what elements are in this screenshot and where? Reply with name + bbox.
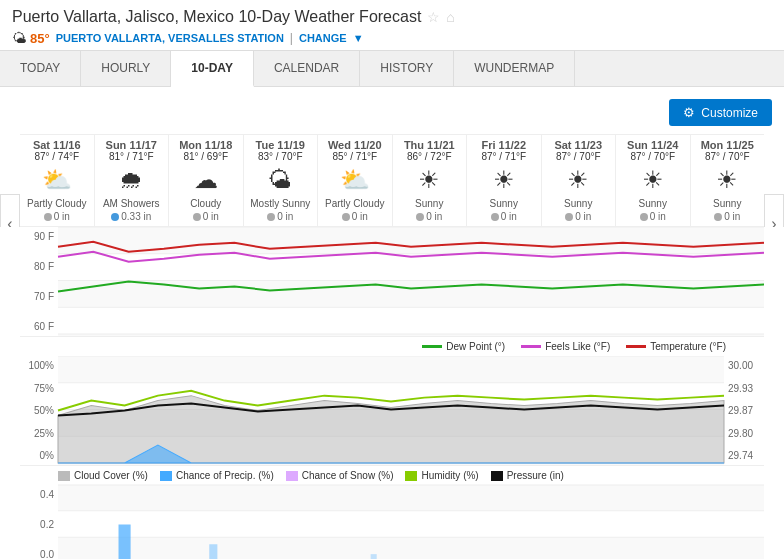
day-date: Fri 11/22 [469,139,539,151]
precip-amount: 0 in [277,211,293,222]
forecast-day-5[interactable]: Thu 11/21 86° / 72°F ☀ Sunny 0 in [393,135,468,226]
precip-amount: 0 in [203,211,219,222]
day-temps: 87° / 70°F [544,151,614,162]
day-condition: Sunny [618,198,688,209]
tab-calendar[interactable]: CALENDAR [254,51,360,86]
day-precip: 0 in [395,211,465,222]
precip-y-labels-right: 30.0029.9329.8729.8029.74 [724,356,764,465]
legend-line [422,345,442,348]
day-precip: 0 in [22,211,92,222]
temp-badge: 🌤 85° [12,30,50,46]
precip-dot [565,213,573,221]
tab-today[interactable]: TODAY [0,51,81,86]
gear-icon: ⚙ [683,105,695,120]
legend-label: Dew Point (°) [446,341,505,352]
legend-item: Temperature (°F) [626,341,726,352]
precip-y-labels-left: 100%75%50%25%0% [20,356,58,465]
precip-amount: 0 in [575,211,591,222]
weather-icon: 🌤 [246,166,316,194]
day-date: Sat 11/23 [544,139,614,151]
precip-legend-item: Cloud Cover (%) [58,470,148,481]
precip-amount: 0 in [54,211,70,222]
forecast-day-6[interactable]: Fri 11/22 87° / 71°F ☀ Sunny 0 in [467,135,542,226]
weather-icon: ☀ [469,166,539,194]
legend-rect [58,471,70,481]
precip-legend-label: Chance of Snow (%) [302,470,394,481]
temp-y-labels: 90 F80 F70 F60 F [20,227,58,336]
day-condition: Partly Cloudy [22,198,92,209]
forecast-day-4[interactable]: Wed 11/20 85° / 71°F ⛅ Partly Cloudy 0 i… [318,135,393,226]
tab-wundermap[interactable]: WUNDERMAP [454,51,575,86]
day-precip: 0 in [171,211,241,222]
page-wrapper: Puerto Vallarta, Jalisco, Mexico 10-Day … [0,0,784,559]
forecast-day-0[interactable]: Sat 11/16 87° / 74°F ⛅ Partly Cloudy 0 i… [20,135,95,226]
precip-y-label-right: 29.87 [724,405,764,416]
forecast-day-1[interactable]: Sun 11/17 81° / 71°F 🌧 AM Showers 0.33 i… [95,135,170,226]
precip-dot [714,213,722,221]
precip-legend-item: Pressure (in) [491,470,564,481]
rain-y-label: 0.4 [20,489,58,500]
day-date: Sun 11/24 [618,139,688,151]
day-temps: 86° / 72°F [395,151,465,162]
day-temps: 87° / 71°F [469,151,539,162]
forecast-day-3[interactable]: Tue 11/19 83° / 70°F 🌤 Mostly Sunny 0 in [244,135,319,226]
day-condition: Sunny [469,198,539,209]
change-dropdown-icon: ▼ [353,32,364,44]
rain-y-label: 0.0 [20,549,58,559]
legend-item: Dew Point (°) [422,341,505,352]
day-precip: 0 in [469,211,539,222]
temp-y-label: 60 F [20,321,58,332]
precip-legend-label: Chance of Precip. (%) [176,470,274,481]
legend-label: Temperature (°F) [650,341,726,352]
day-condition: Sunny [395,198,465,209]
weather-icon: ☀ [693,166,763,194]
forecast-day-9[interactable]: Mon 11/25 87° / 70°F ☀ Sunny 0 in [691,135,765,226]
customize-button[interactable]: ⚙ Customize [669,99,772,126]
precip-dot [267,213,275,221]
day-temps: 85° / 71°F [320,151,390,162]
rain-chart: 0.40.20.0 [20,485,764,559]
legend-rect [405,471,417,481]
precip-legend-item: Humidity (%) [405,470,478,481]
rain-chart-svg [58,485,764,559]
day-temps: 83° / 70°F [246,151,316,162]
sun-icon-small: 🌤 [12,30,26,46]
home-icon[interactable]: ⌂ [446,9,454,25]
svg-rect-26 [371,554,377,559]
day-date: Sat 11/16 [22,139,92,151]
forecast-day-2[interactable]: Mon 11/18 81° / 69°F ☁ Cloudy 0 in [169,135,244,226]
change-link[interactable]: CHANGE [299,32,347,44]
chart-section: 90 F80 F70 F60 F [20,227,764,559]
prev-arrow[interactable]: ‹ [0,194,20,227]
station-name[interactable]: PUERTO VALLARTA, VERSALLES STATION [56,32,284,44]
precip-dot [193,213,201,221]
star-icon[interactable]: ☆ [427,9,440,25]
separator: | [290,31,293,45]
day-temps: 87° / 74°F [22,151,92,162]
nav-tabs: TODAY HOURLY 10-DAY CALENDAR HISTORY WUN… [0,51,784,87]
precip-legend-label: Humidity (%) [421,470,478,481]
legend-line [626,345,646,348]
next-arrow[interactable]: › [764,194,784,227]
precip-y-label-left: 25% [20,428,58,439]
precip-legend-label: Cloud Cover (%) [74,470,148,481]
temp-chart-area [58,227,764,336]
precip-dot [44,213,52,221]
tab-hourly[interactable]: HOURLY [81,51,171,86]
forecast-day-8[interactable]: Sun 11/24 87° / 70°F ☀ Sunny 0 in [616,135,691,226]
customize-row: ⚙ Customize [0,95,784,134]
forecast-day-7[interactable]: Sat 11/23 87° / 70°F ☀ Sunny 0 in [542,135,617,226]
precip-y-label-left: 0% [20,450,58,461]
day-date: Mon 11/25 [693,139,763,151]
day-precip: 0 in [618,211,688,222]
precip-y-label-left: 50% [20,405,58,416]
svg-rect-24 [119,525,131,560]
precip-amount: 0 in [724,211,740,222]
temp-chart-svg [58,227,764,336]
tab-10day[interactable]: 10-DAY [171,51,254,87]
weather-icon: 🌧 [97,166,167,194]
precip-amount: 0.33 in [121,211,151,222]
tab-history[interactable]: HISTORY [360,51,454,86]
day-temps: 81° / 69°F [171,151,241,162]
weather-icon: ☁ [171,166,241,194]
